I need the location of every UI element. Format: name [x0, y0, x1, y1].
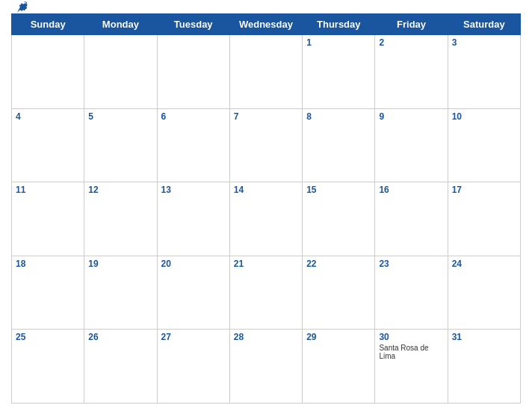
calendar-day-cell: 27: [157, 330, 229, 404]
weekday-header-thursday: Thursday: [303, 14, 375, 35]
calendar-day-cell: 9: [375, 108, 448, 182]
calendar-day-cell: 29: [303, 330, 375, 404]
day-number: 14: [234, 185, 298, 195]
calendar-day-cell: 3: [448, 35, 520, 109]
logo: [11, 0, 29, 16]
calendar-day-cell: [229, 35, 302, 109]
calendar-day-cell: 24: [448, 256, 520, 330]
calendar-day-cell: 30Santa Rosa de Lima: [375, 330, 448, 404]
day-number: 11: [16, 185, 80, 195]
day-number: 17: [452, 185, 516, 195]
day-number: 7: [234, 111, 298, 122]
day-number: 2: [379, 37, 443, 48]
calendar-day-cell: 23: [375, 256, 448, 330]
calendar-day-cell: 16: [375, 182, 448, 256]
day-number: 5: [88, 111, 152, 122]
calendar-day-cell: 28: [229, 330, 302, 404]
calendar-day-cell: 31: [448, 330, 520, 404]
holiday-label: Santa Rosa de Lima: [379, 344, 443, 360]
calendar-day-cell: 20: [157, 256, 229, 330]
calendar-week-row: 45678910: [12, 108, 521, 182]
calendar-day-cell: [84, 35, 157, 109]
day-number: 18: [16, 259, 80, 269]
day-number: 29: [306, 332, 371, 342]
calendar-day-cell: 22: [303, 256, 375, 330]
calendar-day-cell: 26: [84, 330, 157, 404]
calendar-table: SundayMondayTuesdayWednesdayThursdayFrid…: [11, 13, 521, 404]
calendar-day-cell: 14: [229, 182, 302, 256]
weekday-header-tuesday: Tuesday: [157, 14, 229, 35]
day-number: 19: [88, 259, 152, 269]
day-number: 10: [452, 111, 516, 122]
calendar-day-cell: 4: [12, 108, 84, 182]
day-number: 30: [379, 332, 443, 342]
day-number: 6: [161, 111, 226, 122]
calendar-day-cell: 25: [12, 330, 84, 404]
calendar-week-row: 11121314151617: [12, 182, 521, 256]
calendar-day-cell: 17: [448, 182, 520, 256]
calendar-day-cell: [12, 35, 84, 109]
logo-bird-icon: [13, 0, 29, 16]
calendar-day-cell: 21: [229, 256, 302, 330]
calendar-day-cell: 15: [303, 182, 375, 256]
calendar-day-cell: 11: [12, 182, 84, 256]
calendar-day-cell: 8: [303, 108, 375, 182]
calendar-day-cell: 2: [375, 35, 448, 109]
calendar-week-row: 18192021222324: [12, 256, 521, 330]
day-number: 22: [306, 259, 371, 269]
day-number: 16: [379, 185, 443, 195]
calendar-week-row: 252627282930Santa Rosa de Lima31: [12, 330, 521, 404]
calendar-day-cell: 6: [157, 108, 229, 182]
calendar-day-cell: 7: [229, 108, 302, 182]
day-number: 13: [161, 185, 226, 195]
calendar-day-cell: 1: [303, 35, 375, 109]
calendar-day-cell: 12: [84, 182, 157, 256]
day-number: 15: [306, 185, 371, 195]
day-number: 24: [452, 259, 516, 269]
day-number: 9: [379, 111, 443, 122]
weekday-header-monday: Monday: [84, 14, 157, 35]
day-number: 25: [16, 332, 80, 342]
day-number: 23: [379, 259, 443, 269]
calendar-day-cell: 10: [448, 108, 520, 182]
day-number: 31: [452, 332, 516, 342]
calendar-week-row: 123: [12, 35, 521, 109]
day-number: 3: [452, 37, 516, 48]
weekday-header-sunday: Sunday: [12, 14, 84, 35]
day-number: 8: [306, 111, 371, 122]
day-number: 21: [234, 259, 298, 269]
calendar-day-cell: 19: [84, 256, 157, 330]
calendar-day-cell: 18: [12, 256, 84, 330]
day-number: 4: [16, 111, 80, 122]
weekday-header-saturday: Saturday: [448, 14, 520, 35]
day-number: 1: [306, 37, 371, 48]
weekday-header-wednesday: Wednesday: [229, 14, 302, 35]
day-number: 27: [161, 332, 226, 342]
day-number: 12: [88, 185, 152, 195]
calendar-day-cell: [157, 35, 229, 109]
day-number: 26: [88, 332, 152, 342]
calendar-day-cell: 13: [157, 182, 229, 256]
day-number: 28: [234, 332, 298, 342]
weekday-header-row: SundayMondayTuesdayWednesdayThursdayFrid…: [12, 14, 521, 35]
day-number: 20: [161, 259, 226, 269]
calendar-day-cell: 5: [84, 108, 157, 182]
weekday-header-friday: Friday: [375, 14, 448, 35]
